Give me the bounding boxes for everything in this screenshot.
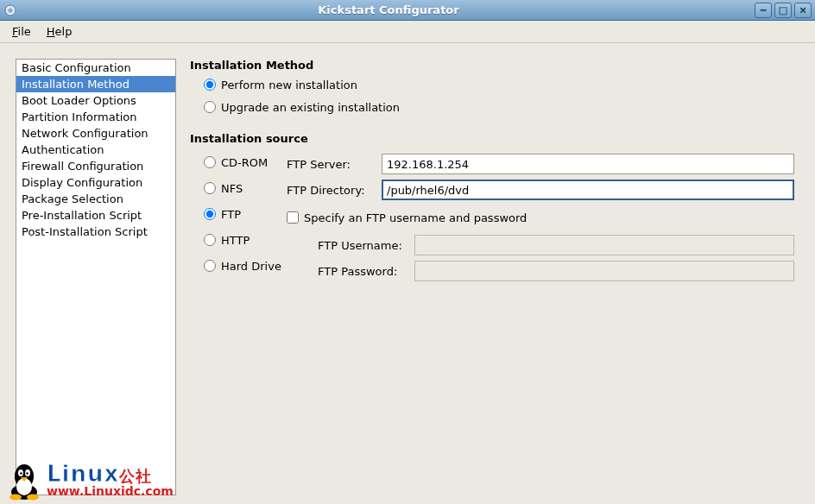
radio-source-ftp-label: FTP [221,208,241,221]
ftp-auth-checkbox-label: Specify an FTP username and password [304,211,527,224]
radio-source-hard-drive-label: Hard Drive [221,260,281,273]
content-area: Basic ConfigurationInstallation MethodBo… [0,43,815,504]
sidebar-item-network-configuration[interactable]: Network Configuration [16,125,175,142]
radio-source-nfs[interactable]: NFS [204,176,287,200]
radio-source-nfs-label: NFS [221,182,243,195]
sidebar-item-boot-loader-options[interactable]: Boot Loader Options [16,92,175,109]
radio-source-http[interactable]: HTTP [204,228,287,252]
window-controls: − □ × [755,3,812,18]
ftp-settings-form: FTP Server: FTP Directory: Specify an FT… [287,148,794,285]
minimize-button[interactable]: − [755,3,772,18]
installation-source-title: Installation source [190,132,794,145]
radio-upgrade-installation[interactable]: Upgrade an existing installation [204,98,794,117]
ftp-username-label: FTP Username: [318,239,414,252]
radio-source-cdrom[interactable]: CD-ROM [204,150,287,174]
sidebar-item-pre-installation-script[interactable]: Pre-Installation Script [16,207,175,224]
sidebar-item-firewall-configuration[interactable]: Firewall Configuration [16,158,175,174]
sidebar-item-basic-configuration[interactable]: Basic Configuration [16,60,175,76]
sidebar-item-post-installation-script[interactable]: Post-Installation Script [16,224,175,240]
ftp-username-input[interactable] [414,235,794,255]
installation-source-radios: CD-ROM NFS FTP HTTP [204,148,287,285]
radio-source-ftp[interactable]: FTP [204,202,287,226]
maximize-button[interactable]: □ [774,3,792,18]
ftp-directory-label: FTP Directory: [287,184,382,197]
window-titlebar: Kickstart Configurator − □ × [0,0,815,21]
sidebar-item-authentication[interactable]: Authentication [16,142,175,158]
radio-source-hard-drive[interactable]: Hard Drive [204,254,287,278]
radio-source-http-label: HTTP [221,234,250,247]
close-button[interactable]: × [794,3,812,18]
sidebar-category-list[interactable]: Basic ConfigurationInstallation MethodBo… [16,59,176,495]
ftp-directory-input[interactable] [382,180,794,200]
radio-upgrade-installation-label: Upgrade an existing installation [221,101,400,114]
ftp-server-label: FTP Server: [287,158,382,171]
ftp-auth-checkbox-row[interactable]: Specify an FTP username and password [287,205,794,230]
ftp-server-input[interactable] [382,154,794,174]
sidebar-item-installation-method[interactable]: Installation Method [16,76,175,92]
app-icon [3,3,17,17]
radio-new-installation[interactable]: Perform new installation [204,75,794,94]
menu-file[interactable]: File [5,22,38,41]
ftp-password-label: FTP Password: [318,265,414,278]
sidebar-item-package-selection[interactable]: Package Selection [16,191,175,207]
sidebar-item-display-configuration[interactable]: Display Configuration [16,174,175,191]
installation-method-title: Installation Method [190,59,794,72]
main-panel: Installation Method Perform new installa… [190,59,799,495]
radio-source-cdrom-label: CD-ROM [221,156,268,169]
radio-new-installation-label: Perform new installation [221,79,357,91]
sidebar-item-partition-information[interactable]: Partition Information [16,109,175,125]
window-title: Kickstart Configurator [22,3,755,16]
ftp-password-input[interactable] [414,261,794,281]
menu-help[interactable]: Help [40,22,79,41]
menubar: File Help [0,21,815,43]
svg-point-1 [9,8,13,12]
ftp-auth-checkbox[interactable] [287,211,299,224]
